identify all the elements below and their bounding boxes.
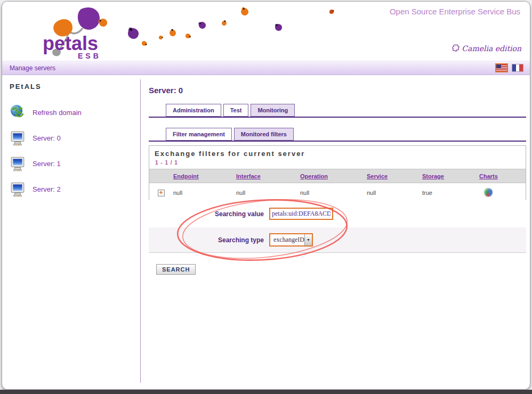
table-header-row: Endpoint Interface Operation Service Sto… [149, 169, 526, 183]
tab-administration[interactable]: Administration [166, 104, 221, 117]
petal-decoration [141, 40, 148, 47]
sub-tab-bar: Filter management Monitored filters [149, 128, 526, 142]
language-switcher [495, 63, 523, 72]
column-header-endpoint[interactable]: Endpoint [173, 173, 199, 179]
expander-column-header [149, 169, 173, 183]
sidebar-item-server-1[interactable]: Server: 1 [10, 155, 136, 171]
searching-type-selected-value: exchangeID [270, 234, 304, 245]
tab-bar: Administration Test Monitoring [149, 104, 526, 118]
petal-decoration [184, 32, 191, 39]
searching-value-input[interactable] [269, 208, 333, 220]
petal-decoration [240, 7, 249, 17]
edition-text: Camelia edition [462, 44, 521, 53]
camelia-flower-icon [452, 44, 460, 53]
menu-manage-servers[interactable]: Manage servers [10, 64, 55, 72]
tab-monitored-filters[interactable]: Monitored filters [234, 128, 294, 141]
table-title: Exchange filters for current server [149, 146, 526, 158]
fr-flag-icon[interactable] [512, 64, 523, 72]
cell-endpoint: null [173, 183, 236, 202]
server-tree-sidebar: PEtALS Refresh domain Server: 0 [9, 81, 136, 207]
searching-type-row: Searching type exchangeID ▼ [149, 227, 526, 253]
computer-icon [10, 155, 26, 171]
main-content: Server: 0 Administration Test Monitoring… [149, 80, 527, 387]
petal-decoration [158, 35, 164, 40]
filters-table: Endpoint Interface Operation Service Sto… [149, 169, 526, 202]
column-header-interface[interactable]: Interface [236, 173, 261, 179]
sidebar-title: PEtALS [10, 83, 136, 91]
edition-label: Camelia edition [452, 44, 521, 53]
searching-type-select[interactable]: exchangeID ▼ [269, 233, 313, 247]
purple-petal-icon [78, 7, 100, 30]
column-header-storage[interactable]: Storage [422, 173, 444, 179]
sidebar-item-server-2[interactable]: Server: 2 [10, 181, 136, 197]
petal-decoration [329, 9, 334, 14]
menu-bar: Manage servers [2, 61, 530, 75]
sidebar-item-label: Server: 2 [33, 185, 61, 193]
searching-value-row: Searching value [149, 200, 526, 228]
column-header-service[interactable]: Service [367, 173, 388, 179]
us-flag-icon[interactable] [495, 63, 508, 72]
brand-sub-text: ESB [78, 52, 101, 60]
computer-icon [10, 130, 26, 146]
tagline: Open Source Enterprise Service Bus [390, 7, 520, 16]
cell-operation: null [300, 183, 366, 202]
page-title: Server: 0 [149, 86, 183, 95]
search-button[interactable]: SEARCH [156, 264, 196, 275]
plus-expand-icon[interactable]: + [158, 190, 165, 196]
app-header: petals ESB Open Source Enterprise Servic… [2, 2, 530, 61]
sidebar-item-label: Refresh domain [33, 109, 82, 117]
cell-interface: null [236, 183, 300, 202]
sidebar-item-label: Server: 1 [33, 160, 61, 168]
exchange-filters-panel: Exchange filters for current server 1 - … [149, 145, 526, 202]
brand-text: petals [43, 32, 98, 54]
column-header-operation[interactable]: Operation [300, 173, 328, 179]
sidebar-item-refresh-domain[interactable]: Refresh domain [10, 104, 136, 120]
computer-icon [10, 181, 26, 197]
app-window: petals ESB Open Source Enterprise Servic… [2, 1, 530, 390]
petal-decoration [168, 29, 177, 37]
petal-decoration [221, 20, 227, 26]
tab-test[interactable]: Test [223, 104, 249, 117]
chevron-down-icon[interactable]: ▼ [304, 234, 312, 245]
petal-decoration [198, 21, 206, 29]
tab-monitoring[interactable]: Monitoring [251, 104, 295, 117]
tab-filter-management[interactable]: Filter management [166, 128, 232, 141]
sidebar-item-label: Server: 0 [33, 134, 61, 142]
window-bottom-edge [0, 390, 532, 394]
sidebar-item-server-0[interactable]: Server: 0 [10, 130, 136, 146]
sidebar-divider [140, 79, 141, 383]
pie-chart-icon[interactable] [484, 188, 493, 196]
searching-value-label: Searching value [149, 210, 264, 218]
petal-decoration [275, 24, 282, 31]
petal-decoration [127, 27, 139, 39]
petals-esb-logo: petals ESB [28, 4, 118, 60]
cell-storage: true [422, 183, 479, 202]
table-row: + null null null null true [149, 183, 526, 202]
searching-type-label: Searching type [149, 236, 264, 244]
cell-service: null [366, 183, 422, 202]
pagination-label: 1 - 1 / 1 [149, 158, 526, 169]
column-header-charts[interactable]: Charts [479, 173, 498, 179]
globe-refresh-icon [10, 104, 26, 120]
